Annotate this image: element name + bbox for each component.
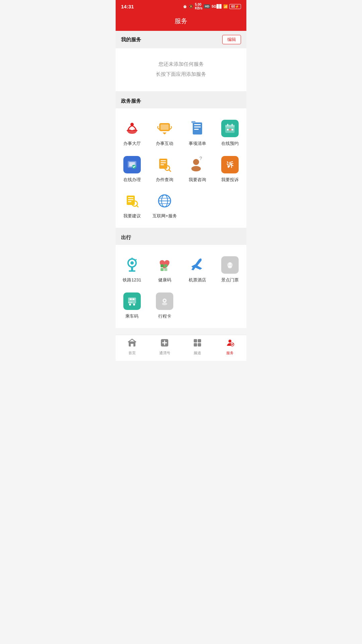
travel-grid: 铁路1231 健康码 机票酒店 xyxy=(116,245,246,328)
nav-home[interactable]: 首页 xyxy=(122,338,142,356)
jipiao-icon xyxy=(188,256,207,274)
service-zaixian-yuyue[interactable]: 在线预约 xyxy=(214,114,247,150)
svg-rect-33 xyxy=(128,197,133,198)
page-header: 服务 xyxy=(116,13,246,31)
bottom-nav: 首页 通渭号 频道 xyxy=(116,335,246,361)
banjian-chaxun-icon xyxy=(155,155,174,174)
svg-rect-46 xyxy=(129,270,135,272)
zaixian-banli-label: 在线办理 xyxy=(123,177,141,183)
hulianwang-icon xyxy=(155,192,174,210)
tielv-label: 铁路1231 xyxy=(123,277,141,283)
svg-line-37 xyxy=(136,205,138,207)
speed-text: 5.00KB/s xyxy=(195,3,202,10)
svg-rect-49 xyxy=(161,264,164,267)
nav-tongyunhao-label: 通渭号 xyxy=(159,351,170,356)
service-banshi-hudong[interactable]: 办事互动 xyxy=(148,114,181,150)
svg-rect-12 xyxy=(232,124,233,126)
svg-rect-18 xyxy=(129,163,135,163)
xingcheng-ka-label: 行程卡 xyxy=(158,313,171,319)
wo-tousu-label: 我要投诉 xyxy=(221,177,239,183)
banjian-chaxun-label: 办件查询 xyxy=(156,177,173,183)
shixiang-qingdan-icon xyxy=(188,119,207,138)
svg-rect-35 xyxy=(128,201,131,202)
svg-rect-19 xyxy=(129,164,135,165)
service-banjian-chaxun[interactable]: 办件查询 xyxy=(148,150,181,186)
service-wo-jianyi[interactable]: 我要建议 xyxy=(116,186,148,222)
svg-rect-23 xyxy=(161,160,166,161)
service-hulianwang[interactable]: 互联网+服务 xyxy=(148,186,181,222)
svg-rect-13 xyxy=(227,129,229,130)
nav-pindao[interactable]: 频道 xyxy=(187,338,207,356)
status-time: 14:31 xyxy=(121,4,134,9)
gov-services-grid: 办事大厅 办事互动 事项清单 xyxy=(116,108,246,228)
wo-tousu-icon: 诉 xyxy=(221,155,239,174)
hd-icon: HD xyxy=(204,4,210,8)
svg-point-28 xyxy=(193,159,199,165)
zaixian-yuyue-icon xyxy=(221,119,239,138)
svg-text:?: ? xyxy=(199,156,202,161)
mute-icon: 🔕 xyxy=(189,4,193,9)
svg-point-54 xyxy=(229,262,231,265)
gov-services-header: 政务服务 xyxy=(116,94,246,108)
banshi-hudong-label: 办事互动 xyxy=(156,141,173,147)
gov-services-label: 政务服务 xyxy=(121,98,141,104)
svg-rect-15 xyxy=(232,129,233,130)
svg-rect-52 xyxy=(164,268,167,271)
svg-rect-51 xyxy=(161,268,164,271)
service-tielv[interactable]: 铁路1231 xyxy=(116,250,148,286)
svg-rect-5 xyxy=(194,126,201,127)
jipiao-label: 机票酒店 xyxy=(189,277,206,283)
service-jiankang-ma[interactable]: 健康码 xyxy=(148,250,181,286)
svg-rect-50 xyxy=(164,264,167,267)
svg-point-55 xyxy=(228,266,232,268)
signal-5g: 5G▊▊ xyxy=(212,4,222,9)
service-chengche-ma[interactable]: ≡≡≡ 乘车码 xyxy=(116,286,148,323)
banshi-dating-icon xyxy=(123,119,141,138)
svg-point-0 xyxy=(130,123,134,126)
xingcheng-ka-icon xyxy=(155,292,174,311)
svg-point-76 xyxy=(229,340,232,343)
travel-label: 出行 xyxy=(121,234,131,241)
service-xingcheng-ka[interactable]: 行程卡 xyxy=(148,286,181,323)
empty-line2: 长按下面应用添加服务 xyxy=(122,69,240,79)
svg-point-66 xyxy=(162,303,167,305)
travel-header: 出行 xyxy=(116,230,246,245)
svg-rect-10 xyxy=(225,125,235,127)
wo-zixun-label: 我要咨询 xyxy=(189,177,206,183)
shixiang-qingdan-label: 事项清单 xyxy=(189,141,206,147)
svg-rect-61 xyxy=(130,299,132,300)
nav-fuwu[interactable]: 服务 xyxy=(220,338,240,356)
svg-text:≡≡≡: ≡≡≡ xyxy=(128,301,132,304)
service-wo-tousu[interactable]: 诉 我要投诉 xyxy=(214,150,247,186)
service-wo-zixun[interactable]: ? 我要咨询 xyxy=(181,150,214,186)
svg-rect-62 xyxy=(132,299,134,300)
home-icon xyxy=(128,338,136,349)
svg-point-65 xyxy=(164,300,166,302)
edit-button[interactable]: 编辑 xyxy=(222,35,241,44)
jiankang-ma-icon xyxy=(155,256,174,274)
jingdian-icon xyxy=(221,256,239,274)
chengche-ma-icon: ≡≡≡ xyxy=(123,292,141,311)
svg-point-60 xyxy=(133,304,135,306)
svg-point-59 xyxy=(129,304,131,306)
person-service-icon xyxy=(226,338,234,349)
service-banshi-dating[interactable]: 办事大厅 xyxy=(116,114,148,150)
status-bar: 14:31 ⏰ 🔕 5.00KB/s HD 5G▊▊ 📶 60⚡ xyxy=(116,0,246,13)
tielv-icon xyxy=(123,256,141,274)
svg-rect-45 xyxy=(131,266,133,270)
service-zaixian-banli[interactable]: 在线办理 xyxy=(116,150,148,186)
svg-rect-75 xyxy=(198,343,201,346)
svg-rect-4 xyxy=(194,124,201,125)
service-jingdian[interactable]: 景点门票 xyxy=(214,250,247,286)
banshi-dating-label: 办事大厅 xyxy=(123,141,141,147)
my-services-label: 我的服务 xyxy=(121,37,141,43)
hulianwang-label: 互联网+服务 xyxy=(153,213,177,219)
service-shixiang-qingdan[interactable]: 事项清单 xyxy=(181,114,214,150)
nav-tongyunhao[interactable]: 通渭号 xyxy=(155,338,175,356)
grid-icon xyxy=(193,338,202,349)
nav-pindao-label: 频道 xyxy=(194,351,201,356)
svg-line-27 xyxy=(169,170,171,171)
svg-rect-68 xyxy=(131,344,133,346)
chengche-ma-label: 乘车码 xyxy=(125,313,138,319)
service-jipiao[interactable]: 机票酒店 xyxy=(181,250,214,286)
